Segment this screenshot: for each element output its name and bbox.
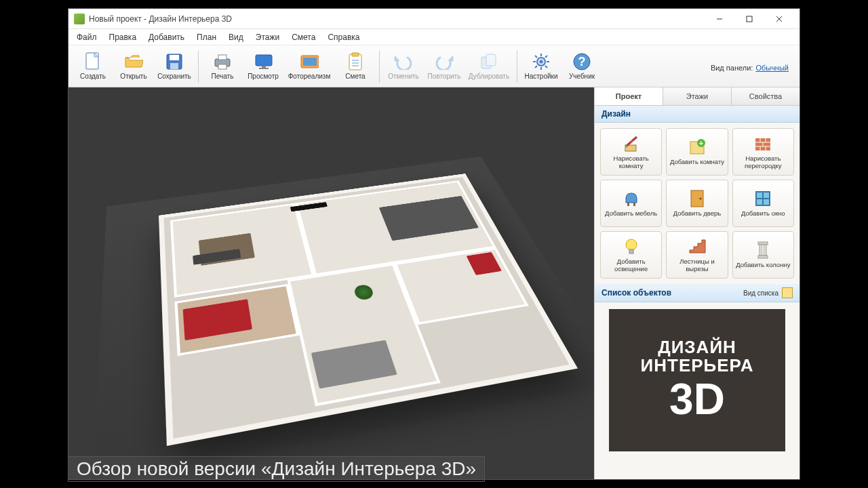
menubar: Файл Правка Добавить План Вид Этажи Смет… [68, 29, 800, 45]
panel-view-selector: Вид панели: Обычный [711, 61, 795, 72]
duplicate-icon [479, 52, 498, 71]
objects-list-header: Список объектов Вид списка [595, 284, 800, 302]
room-plus-icon: + [688, 138, 707, 157]
svg-rect-1 [747, 16, 752, 22]
close-icon [776, 16, 783, 22]
help-icon: ? [572, 52, 591, 71]
maximize-icon [746, 16, 753, 22]
list-view-toggle-icon[interactable] [782, 287, 793, 298]
svg-rect-22 [486, 54, 496, 66]
app-icon [74, 14, 85, 24]
chair-icon [622, 189, 641, 208]
toolbar: Создать Открыть Сохранить Печать [68, 45, 800, 87]
design-tools-grid: Нарисовать комнату + Добавить комнату На… [595, 123, 800, 284]
bulb-icon [622, 237, 641, 256]
svg-rect-9 [218, 55, 226, 60]
create-button[interactable]: Создать [73, 47, 113, 85]
minimize-button[interactable] [705, 9, 734, 29]
svg-line-29 [535, 56, 537, 58]
brick-wall-icon [753, 134, 772, 153]
list-view-label: Вид списка [743, 289, 778, 297]
add-furniture-button[interactable]: Добавить мебель [600, 180, 662, 227]
photoreal-button[interactable]: Фотореализм [283, 47, 335, 85]
panel-view-label: Вид панели: [711, 64, 753, 72]
3d-viewport[interactable] [68, 87, 595, 479]
draw-room-button[interactable]: Нарисовать комнату [600, 128, 662, 176]
clipboard-icon [346, 52, 365, 71]
add-window-button[interactable]: Добавить окно [732, 180, 794, 227]
svg-rect-13 [259, 68, 269, 69]
folder-open-icon [124, 52, 143, 71]
window-icon [753, 189, 772, 208]
close-button[interactable] [764, 9, 794, 29]
svg-rect-7 [170, 63, 178, 69]
draw-wall-button[interactable]: Нарисовать перегородку [732, 128, 794, 176]
menu-help[interactable]: Справка [322, 30, 365, 44]
svg-text:?: ? [578, 55, 586, 68]
svg-rect-57 [760, 245, 766, 256]
undo-button[interactable]: Отменить [383, 47, 424, 85]
photorealism-icon [300, 52, 319, 71]
door-icon [688, 189, 707, 208]
stairs-button[interactable]: Лестницы и вырезы [666, 231, 728, 279]
svg-rect-60 [758, 256, 768, 258]
settings-button[interactable]: Настройки [521, 47, 561, 85]
save-icon [165, 52, 184, 71]
svg-point-54 [626, 239, 637, 250]
promo-line3: 3D [669, 377, 725, 422]
svg-point-24 [540, 60, 543, 64]
promo-line2: ИНТЕРЬЕРА [641, 357, 754, 375]
menu-floors[interactable]: Этажи [250, 30, 285, 44]
separator [198, 50, 199, 83]
promo-banner: ДИЗАЙН ИНТЕРЬЕРА 3D [609, 309, 785, 451]
tab-properties[interactable]: Свойства [732, 87, 800, 105]
minimize-icon [716, 16, 723, 22]
side-panel: Проект Этажи Свойства Дизайн Нарисовать … [595, 87, 800, 479]
promo-line1: ДИЗАЙН [658, 338, 736, 357]
print-button[interactable]: Печать [202, 47, 243, 85]
app-window: Новый проект - Дизайн Интерьера 3D Файл … [68, 8, 800, 480]
separator [517, 50, 517, 83]
tutorial-button[interactable]: ? Учебник [561, 47, 602, 85]
svg-rect-11 [256, 55, 272, 66]
menu-plan[interactable]: План [191, 30, 222, 44]
printer-icon [213, 52, 232, 71]
svg-rect-6 [170, 55, 179, 60]
design-section-header: Дизайн [595, 106, 800, 123]
add-lighting-button[interactable]: Добавить освещение [600, 231, 662, 279]
redo-button[interactable]: Повторить [424, 47, 465, 85]
maximize-button[interactable] [734, 9, 764, 29]
svg-point-50 [699, 198, 701, 200]
menu-view[interactable]: Вид [223, 30, 249, 44]
gear-icon [532, 52, 551, 71]
redo-icon [435, 52, 454, 71]
video-caption: Обзор новой версии «Дизайн Интерьера 3D» [68, 456, 485, 482]
add-door-button[interactable]: Добавить дверь [666, 180, 728, 227]
menu-file[interactable]: Файл [71, 30, 102, 44]
menu-add[interactable]: Добавить [143, 30, 190, 44]
menu-estimate[interactable]: Смета [286, 30, 321, 44]
tab-project[interactable]: Проект [595, 87, 663, 105]
svg-rect-17 [352, 53, 359, 56]
svg-rect-12 [262, 66, 266, 68]
view-button[interactable]: Просмотр [243, 47, 283, 85]
save-button[interactable]: Сохранить [154, 47, 195, 85]
svg-line-31 [535, 66, 537, 68]
open-button[interactable]: Открыть [113, 47, 154, 85]
add-room-button[interactable]: + Добавить комнату [666, 128, 728, 176]
tab-floors[interactable]: Этажи [663, 87, 732, 105]
svg-rect-48 [633, 203, 635, 206]
undo-icon [394, 52, 413, 71]
duplicate-button[interactable]: Дублировать [465, 47, 513, 85]
monitor-icon [254, 52, 273, 71]
svg-line-32 [545, 56, 547, 58]
panel-view-link[interactable]: Обычный [755, 64, 789, 72]
svg-rect-56 [758, 242, 768, 245]
svg-rect-55 [629, 249, 633, 253]
svg-rect-10 [218, 64, 226, 69]
estimate-button[interactable]: Смета [335, 47, 376, 85]
menu-edit[interactable]: Правка [104, 30, 142, 44]
objects-list: ДИЗАЙН ИНТЕРЬЕРА 3D [595, 302, 800, 479]
window-title: Новый проект - Дизайн Интерьера 3D [89, 14, 705, 24]
add-column-button[interactable]: Добавить колонну [732, 231, 794, 279]
